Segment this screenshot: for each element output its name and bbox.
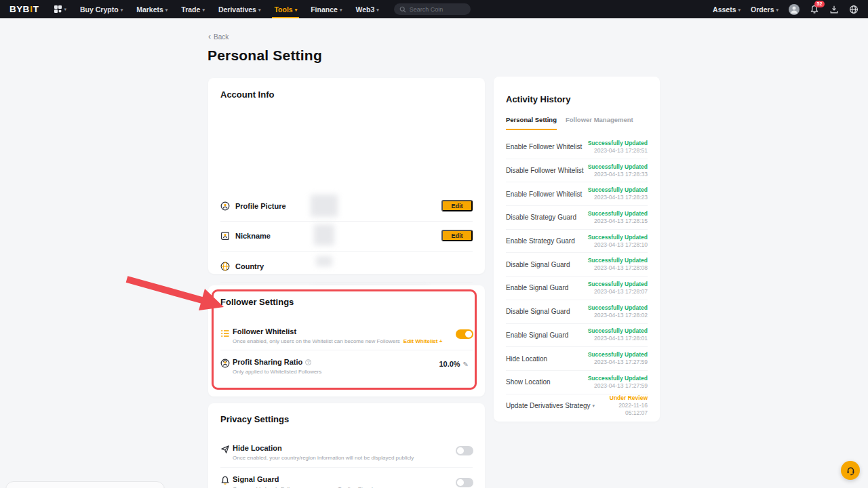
nav-item-assets[interactable]: Assets▾ xyxy=(713,0,741,18)
activity-action: Disable Follower Whitelist xyxy=(506,167,583,174)
activity-row: Enable Signal Guard Successfully Updated… xyxy=(506,277,648,300)
activity-row: Disable Signal Guard Successfully Update… xyxy=(506,300,648,324)
caret-down-icon: ▾ xyxy=(295,7,298,12)
hide-location-icon xyxy=(220,445,230,454)
activity-action: Enable Follower Whitelist xyxy=(506,143,582,150)
profile-picture-label: Profile Picture xyxy=(235,202,286,210)
profit-sharing-ratio-icon xyxy=(220,359,230,368)
edit-nickname-button[interactable]: Edit xyxy=(441,230,473,241)
activity-history-title: Activity History xyxy=(506,94,570,104)
activity-action: Enable Signal Guard xyxy=(506,284,568,291)
search-icon xyxy=(399,6,406,13)
row-divider xyxy=(220,282,473,283)
timestamp: 2023-04-13 17:28:01 xyxy=(588,335,648,342)
signal-guard-toggle[interactable] xyxy=(456,478,473,487)
privacy-settings-card: Privacy Settings Hide Location Once enab… xyxy=(208,403,485,488)
activity-action: Hide Location xyxy=(506,355,547,363)
timestamp: 2023-04-13 17:28:08 xyxy=(588,264,648,272)
timestamp: 2023-04-13 17:28:33 xyxy=(588,171,648,178)
person-icon xyxy=(789,4,800,15)
info-icon[interactable]: ? xyxy=(305,359,311,365)
caret-down-icon: ▾ xyxy=(165,7,168,12)
follower-settings-title: Follower Settings xyxy=(220,297,294,307)
tab-personal-setting[interactable]: Personal Setting xyxy=(506,116,557,130)
status-badge: Under Review xyxy=(595,394,648,402)
follower-whitelist-desc: Once enabled, only users on the Whitelis… xyxy=(233,338,442,344)
language-button[interactable] xyxy=(849,5,859,14)
nav-item-buy-crypto[interactable]: Buy Crypto▾ xyxy=(80,0,123,18)
caret-down-icon: ▾ xyxy=(376,7,379,12)
nav-item-trade[interactable]: Trade▾ xyxy=(181,0,205,18)
follower-whitelist-toggle[interactable] xyxy=(456,329,473,339)
notifications-button[interactable]: 52 xyxy=(810,5,819,14)
activity-row: Update Derivatives Strategy▾ Under Revie… xyxy=(506,394,648,418)
status-badge: Successfully Updated xyxy=(588,304,648,312)
activity-row: Enable Follower Whitelist Successfully U… xyxy=(506,136,648,159)
status-badge: Successfully Updated xyxy=(588,351,648,359)
activity-row: Disable Signal Guard Successfully Update… xyxy=(506,253,648,277)
notification-badge: 52 xyxy=(814,1,825,7)
back-button[interactable]: ‹ Back xyxy=(208,33,229,41)
status-badge: Successfully Updated xyxy=(588,281,648,288)
logo-text: T xyxy=(33,4,39,14)
country-icon xyxy=(220,262,230,271)
timestamp: 2022-11-16 05:12:07 xyxy=(595,402,648,417)
caret-down-icon: ▾ xyxy=(64,7,67,12)
activity-row: Enable Strategy Guard Successfully Updat… xyxy=(506,230,648,253)
search-input[interactable]: Search Coin xyxy=(394,3,471,15)
nav-item-derivatives[interactable]: Derivatives▾ xyxy=(218,0,261,18)
nav-item-web3[interactable]: Web3▾ xyxy=(355,0,378,18)
nav-item-tools[interactable]: Tools▾ xyxy=(274,0,297,18)
profit-sharing-ratio-value: 10.0% ✎ xyxy=(439,360,469,368)
apps-menu-button[interactable]: ▾ xyxy=(54,5,67,13)
download-icon xyxy=(829,5,839,14)
nav-item-orders[interactable]: Orders▾ xyxy=(751,0,778,18)
country-value-blurred xyxy=(316,256,332,266)
nav-right-group: Assets▾ Orders▾ 52 xyxy=(713,0,859,18)
caret-down-icon: ▾ xyxy=(776,7,778,12)
profile-picture-icon xyxy=(220,201,230,211)
top-nav: BYBIT ▾ Buy Crypto▾ Markets▾ Trade▾ Deri… xyxy=(0,0,868,18)
follower-whitelist-icon xyxy=(220,329,230,338)
caret-down-icon: ▾ xyxy=(258,7,261,12)
nav-item-markets[interactable]: Markets▾ xyxy=(136,0,167,18)
activity-action: Enable Follower Whitelist xyxy=(506,190,582,198)
timestamp: 2023-04-13 17:28:51 xyxy=(588,147,648,155)
edit-ratio-pencil-icon[interactable]: ✎ xyxy=(463,361,469,368)
profile-picture-value-blurred xyxy=(311,195,338,217)
status-badge: Successfully Updated xyxy=(588,257,648,264)
apps-grid-icon xyxy=(54,5,62,13)
activity-history-tabs: Personal Setting Follower Management xyxy=(506,116,633,130)
follower-whitelist-label: Follower Whitelist xyxy=(233,327,296,336)
timestamp: 2023-04-13 17:28:23 xyxy=(588,194,648,201)
bybit-logo[interactable]: BYBIT xyxy=(9,4,39,14)
activity-row: Hide Location Successfully Updated2023-0… xyxy=(506,347,648,371)
edit-profile-picture-button[interactable]: Edit xyxy=(441,200,473,211)
nickname-value-blurred xyxy=(314,224,334,245)
support-chat-button[interactable] xyxy=(841,461,860,480)
activity-row: Disable Follower Whitelist Successfully … xyxy=(506,159,648,183)
user-avatar[interactable] xyxy=(789,4,800,15)
activity-row: Enable Signal Guard Successfully Updated… xyxy=(506,324,648,348)
privacy-settings-title: Privacy Settings xyxy=(220,414,289,424)
nickname-icon xyxy=(220,231,230,241)
account-info-title: Account Info xyxy=(220,89,274,100)
logo-text: BYB xyxy=(9,4,30,14)
status-badge: Successfully Updated xyxy=(588,234,648,241)
search-placeholder: Search Coin xyxy=(410,6,443,13)
activity-action-expandable[interactable]: Update Derivatives Strategy▾ xyxy=(506,402,595,409)
download-app-button[interactable] xyxy=(829,5,839,14)
hide-location-toggle[interactable] xyxy=(456,446,473,455)
nav-item-finance[interactable]: Finance▾ xyxy=(311,0,342,18)
activity-history-card: Activity History Personal Setting Follow… xyxy=(494,77,660,422)
row-divider xyxy=(220,350,473,350)
hide-location-label: Hide Location xyxy=(233,444,282,452)
signal-guard-label: Signal Guard xyxy=(233,475,279,483)
edit-whitelist-link[interactable]: Edit Whitelist + xyxy=(403,338,443,344)
bottom-left-widget-partial xyxy=(5,481,165,488)
activity-action: Enable Signal Guard xyxy=(506,331,568,339)
tab-follower-management[interactable]: Follower Management xyxy=(566,116,633,123)
timestamp: 2023-04-13 17:27:59 xyxy=(588,382,648,390)
status-badge: Successfully Updated xyxy=(588,210,648,218)
activity-action: Disable Signal Guard xyxy=(506,308,570,315)
